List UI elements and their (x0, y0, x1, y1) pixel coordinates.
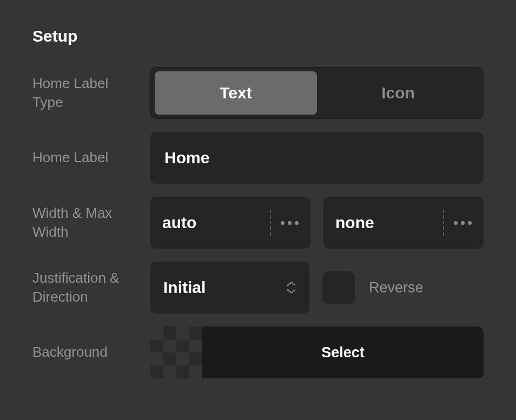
home-label-input[interactable] (150, 132, 484, 184)
max-width-field[interactable]: none (323, 197, 484, 249)
label-justification-direction: Justification & Direction (32, 269, 150, 306)
divider (443, 210, 444, 236)
home-label-type-option-text[interactable]: Text (155, 71, 317, 115)
home-label-type-option-icon[interactable]: Icon (317, 71, 479, 115)
direction-reverse-group: Reverse (322, 262, 424, 314)
ellipsis-icon[interactable] (281, 221, 299, 225)
chevron-up-down-icon (287, 281, 296, 294)
max-width-value: none (335, 214, 433, 232)
justification-value: Initial (163, 278, 287, 297)
width-field[interactable]: auto (150, 197, 310, 249)
panel-title: Setup (32, 27, 484, 45)
width-value: auto (162, 214, 260, 232)
row-background: Background Select (32, 326, 484, 378)
background-picker[interactable]: Select (150, 326, 484, 378)
label-background: Background (32, 343, 150, 362)
row-home-label-type: Home Label Type Text Icon (32, 67, 484, 119)
label-home-label: Home Label (32, 148, 150, 167)
ellipsis-icon[interactable] (454, 221, 472, 225)
home-label-type-toggle[interactable]: Text Icon (150, 67, 484, 119)
background-select-label: Select (202, 326, 484, 378)
label-width-max-width: Width & Max Width (32, 204, 150, 242)
transparent-swatch-icon (150, 326, 202, 378)
reverse-checkbox[interactable] (322, 271, 355, 304)
row-home-label: Home Label (32, 132, 484, 184)
reverse-label: Reverse (369, 279, 424, 296)
row-width-max-width: Width & Max Width auto none (32, 197, 484, 249)
label-home-label-type: Home Label Type (32, 74, 150, 112)
justification-select[interactable]: Initial (150, 262, 309, 314)
divider (270, 210, 271, 236)
row-justification-direction: Justification & Direction Initial Revers… (32, 262, 484, 314)
